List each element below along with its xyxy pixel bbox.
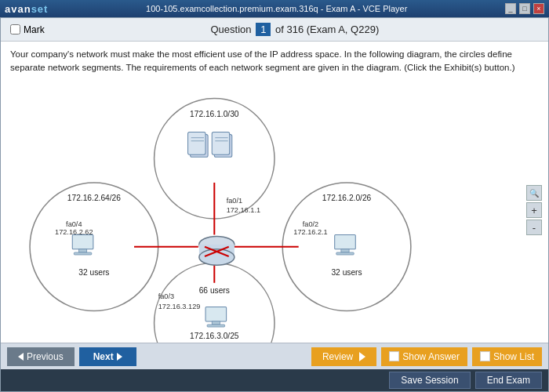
- svg-text:fa0/1: fa0/1: [227, 196, 242, 204]
- bottom-toolbar-2: Save Session End Exam: [1, 369, 548, 391]
- mark-input[interactable]: [10, 24, 20, 34]
- svg-text:172.16.3.0/25: 172.16.3.0/25: [190, 332, 239, 340]
- title-bar: avanset 100-105.examcollection.premium.e…: [0, 0, 549, 17]
- review-arrow-icon: [359, 352, 365, 361]
- svg-rect-29: [336, 252, 354, 254]
- zoom-in-button[interactable]: +: [526, 202, 542, 218]
- main-window: Mark Question 1 of 316 (Exam A, Q229) Yo…: [0, 17, 549, 392]
- question-text: Your company's network must make the mos…: [10, 49, 514, 72]
- svg-text:32 users: 32 users: [78, 267, 109, 276]
- svg-rect-21: [78, 249, 86, 252]
- prev-arrow-icon: [18, 353, 24, 361]
- show-list-button[interactable]: Show List: [472, 347, 542, 366]
- svg-text:66 users: 66 users: [199, 286, 230, 295]
- svg-rect-22: [74, 252, 92, 254]
- previous-button[interactable]: Previous: [7, 347, 75, 366]
- svg-rect-9: [188, 132, 205, 154]
- save-session-button[interactable]: Save Session: [389, 372, 470, 389]
- zoom-out-button[interactable]: -: [526, 220, 542, 235]
- minimize-button[interactable]: _: [505, 3, 516, 14]
- svg-rect-38: [207, 324, 225, 326]
- question-number: 1: [256, 23, 271, 36]
- question-total: of 316 (Exam A, Q229): [275, 24, 379, 35]
- svg-text:172.16.1.0/30: 172.16.1.0/30: [190, 110, 239, 118]
- svg-text:32 users: 32 users: [331, 267, 362, 276]
- svg-text:172.16.2.62: 172.16.2.62: [55, 228, 93, 236]
- app-logo: avanset: [5, 3, 48, 15]
- svg-text:172.16.2.64/26: 172.16.2.64/26: [67, 194, 122, 202]
- svg-text:fa0/3: fa0/3: [158, 292, 174, 300]
- end-exam-button[interactable]: End Exam: [475, 372, 542, 389]
- question-body: Your company's network must make the mos…: [1, 42, 548, 78]
- svg-rect-36: [205, 307, 227, 321]
- close-button[interactable]: ×: [533, 3, 544, 14]
- network-diagram: 172.16.1.0/30 fa0/1 172.16.1.1 172.16.2.…: [1, 78, 548, 343]
- logo-set: set: [31, 3, 49, 15]
- logo-avan: avan: [5, 3, 31, 15]
- svg-text:fa0/4: fa0/4: [66, 220, 82, 228]
- window-title: 100-105.examcollection.premium.exam.316q…: [48, 4, 505, 13]
- svg-text:172.16.2.0/26: 172.16.2.0/26: [322, 194, 372, 202]
- svg-text:172.16.3.129: 172.16.3.129: [158, 302, 201, 310]
- mark-checkbox[interactable]: Mark: [10, 24, 45, 35]
- show-answer-checkbox-icon: [389, 351, 399, 361]
- window-controls[interactable]: _ □ ×: [505, 3, 544, 14]
- next-arrow-icon: [117, 353, 122, 361]
- maximize-button[interactable]: □: [519, 3, 530, 14]
- question-header: Mark Question 1 of 316 (Exam A, Q229): [1, 18, 548, 42]
- zoom-controls: 🔍 + -: [526, 185, 542, 235]
- svg-text:fa0/2: fa0/2: [303, 220, 318, 228]
- svg-text:172.16.2.1: 172.16.2.1: [293, 228, 327, 236]
- show-answer-button[interactable]: Show Answer: [381, 347, 467, 366]
- review-button[interactable]: Review: [311, 347, 376, 366]
- next-button[interactable]: Next: [79, 347, 136, 366]
- svg-rect-37: [212, 321, 220, 324]
- svg-rect-11: [212, 132, 230, 154]
- svg-rect-20: [72, 234, 93, 249]
- question-title: Question 1 of 316 (Exam A, Q229): [51, 23, 539, 36]
- svg-text:172.16.1.1: 172.16.1.1: [227, 205, 260, 213]
- svg-rect-28: [341, 249, 349, 252]
- bottom-toolbar: Previous Next Review Show Answer Show Li…: [1, 343, 548, 369]
- zoom-search-button[interactable]: 🔍: [526, 185, 542, 201]
- show-list-checkbox-icon: [480, 351, 490, 361]
- svg-rect-27: [335, 234, 356, 249]
- mark-label: Mark: [24, 24, 45, 35]
- question-word: Question: [210, 24, 251, 35]
- diagram-area: 172.16.1.0/30 fa0/1 172.16.1.1 172.16.2.…: [1, 78, 548, 343]
